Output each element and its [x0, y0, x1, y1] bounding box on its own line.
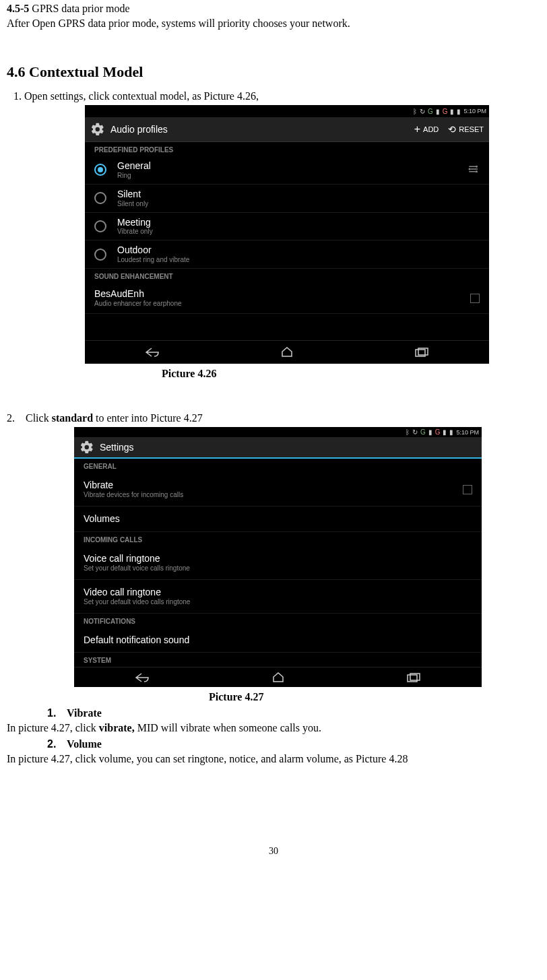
vibrate-label: Vibrate	[84, 480, 463, 491]
sub2-num: 2.	[47, 738, 56, 750]
video-sub: Set your default video calls ringtone	[84, 598, 472, 606]
profile-general[interactable]: General Ring	[85, 156, 489, 185]
subitem-vibrate: 1. Vibrate	[47, 707, 540, 719]
video-label: Video call ringtone	[84, 587, 472, 598]
besaudenh-sub: Audio enhancer for earphone	[94, 300, 470, 308]
default-notification-row[interactable]: Default notification sound	[74, 628, 482, 653]
svg-point-3	[476, 166, 478, 168]
step-2-num: 2.	[7, 412, 15, 424]
vibrate-sub: Vibrate devices for incoming calls	[84, 491, 463, 499]
caption-4-27: Picture 4.27	[209, 691, 540, 703]
heading-suffix: GPRS data prior mode	[32, 3, 129, 14]
meeting-label: Meeting	[117, 217, 480, 228]
battery-icon: ▮	[449, 428, 453, 436]
heading-prefix: 4.5-5	[7, 3, 32, 14]
sub1-body: In picture 4.27, click vibrate, MID will…	[7, 722, 540, 734]
step-2-bold: standard	[52, 412, 93, 424]
status-time: 5:10 PM	[463, 108, 486, 115]
profile-silent[interactable]: Silent Silent only	[85, 185, 489, 213]
header-title-2: Settings	[100, 442, 134, 453]
sub1-body-b: MID will vibrate when someone calls you.	[135, 722, 321, 733]
signal-bars2-icon: ▮	[450, 108, 454, 115]
nav-bar-2	[74, 667, 482, 687]
sliders-icon[interactable]	[468, 163, 480, 177]
page-number: 30	[7, 846, 540, 857]
screen-header: Audio profiles + ADD ⟲ RESET	[85, 117, 489, 142]
status-bar: ᛒ ↻ G ▮ G ▮ ▮ 5:10 PM	[85, 105, 489, 117]
nav-back[interactable]	[85, 341, 220, 364]
signal-g2-icon: G	[435, 428, 441, 436]
nav-home[interactable]	[210, 667, 346, 687]
svg-point-5	[476, 170, 478, 172]
status-bar-2: ᛒ ↻ G ▮ G ▮ ▮ 5:10 PM	[74, 427, 482, 437]
vibrate-checkbox[interactable]	[463, 485, 472, 494]
notifications-label: NOTIFICATIONS	[74, 614, 482, 628]
step-2-text-a: Click	[26, 412, 52, 424]
svg-point-4	[469, 168, 471, 170]
sync-icon: ↻	[412, 428, 418, 436]
step-2-text: 2. Click standard to enter into Picture …	[7, 412, 540, 424]
sound-enhancement-label: SOUND ENHANCEMENT	[85, 269, 489, 283]
voice-label: Voice call ringtone	[84, 553, 472, 564]
radio-outdoor[interactable]	[94, 249, 106, 261]
profile-outdoor[interactable]: Outdoor Loudest ring and vibrate	[85, 240, 489, 269]
radio-meeting[interactable]	[94, 220, 106, 232]
status-time-2: 5:10 PM	[456, 429, 479, 436]
radio-general[interactable]	[94, 164, 106, 176]
svg-rect-1	[471, 168, 478, 170]
besaudenh-row[interactable]: BesAudEnh Audio enhancer for earphone	[85, 283, 489, 314]
bluetooth-icon: ᛒ	[406, 428, 410, 436]
signal-bars-icon: ▮	[428, 428, 432, 436]
vibrate-row[interactable]: Vibrate Vibrate devices for incoming cal…	[74, 473, 482, 507]
silent-sub: Silent only	[117, 200, 480, 208]
signal-g2-icon: G	[443, 108, 448, 115]
gear-icon	[79, 440, 94, 455]
signal-bars2-icon: ▮	[443, 428, 447, 436]
video-ringtone-row[interactable]: Video call ringtone Set your default vid…	[74, 580, 482, 614]
system-label: SYSTEM	[74, 653, 482, 667]
besaudenh-label: BesAudEnh	[94, 288, 470, 300]
screenshot-4-26: ᛒ ↻ G ▮ G ▮ ▮ 5:10 PM Audio profiles + A…	[85, 105, 489, 364]
sync-icon: ↻	[420, 108, 425, 115]
reset-label: RESET	[459, 125, 484, 133]
step-1-text: 1. Open settings, click contextual model…	[13, 90, 540, 102]
step-2-text-b: to enter into Picture 4.27	[93, 412, 203, 424]
add-label: ADD	[423, 125, 439, 133]
besaudenh-checkbox[interactable]	[470, 294, 480, 303]
voice-ringtone-row[interactable]: Voice call ringtone Set your default voi…	[74, 546, 482, 580]
reset-icon: ⟲	[448, 124, 456, 135]
radio-silent[interactable]	[94, 192, 106, 204]
volumes-label: Volumes	[84, 513, 472, 525]
sub2-label: Volume	[67, 738, 102, 750]
voice-sub: Set your default voice calls ringtone	[84, 564, 472, 573]
predefined-profiles-label: PREDEFINED PROFILES	[85, 142, 489, 156]
section-4-5-5-body: After Open GPRS data prior mode, systems…	[7, 18, 540, 30]
nav-bar	[85, 340, 489, 364]
profile-meeting[interactable]: Meeting Vibrate only	[85, 213, 489, 241]
default-notif-label: Default notification sound	[84, 634, 472, 646]
volumes-row[interactable]: Volumes	[74, 507, 482, 532]
nav-back[interactable]	[74, 667, 210, 687]
general-section-label: GENERAL	[74, 459, 482, 473]
signal-g-icon: G	[420, 428, 426, 436]
section-4-5-5-heading: 4.5-5 GPRS data prior mode	[7, 3, 540, 15]
nav-home[interactable]	[220, 341, 354, 364]
caption-4-26: Picture 4.26	[162, 368, 540, 380]
add-button[interactable]: + ADD	[414, 123, 439, 135]
section-4-6-heading: 4.6 Contextual Model	[7, 63, 540, 81]
sub1-body-bold: vibrate,	[99, 722, 135, 733]
svg-rect-2	[469, 171, 476, 172]
general-sub: Ring	[117, 172, 468, 180]
nav-recent[interactable]	[354, 341, 489, 364]
signal-g-icon: G	[428, 108, 433, 115]
bluetooth-icon: ᛒ	[413, 108, 417, 115]
meeting-sub: Vibrate only	[117, 228, 480, 236]
sub2-body: In picture 4.27, click volume, you can s…	[7, 753, 540, 765]
reset-button[interactable]: ⟲ RESET	[448, 124, 484, 135]
incoming-calls-label: INCOMING CALLS	[74, 532, 482, 546]
screenshot-4-27: ᛒ ↻ G ▮ G ▮ ▮ 5:10 PM Settings GENERAL V…	[74, 427, 482, 687]
signal-bars-icon: ▮	[436, 108, 440, 115]
gear-icon	[90, 122, 105, 137]
nav-recent[interactable]	[346, 667, 482, 687]
outdoor-label: Outdoor	[117, 244, 480, 256]
